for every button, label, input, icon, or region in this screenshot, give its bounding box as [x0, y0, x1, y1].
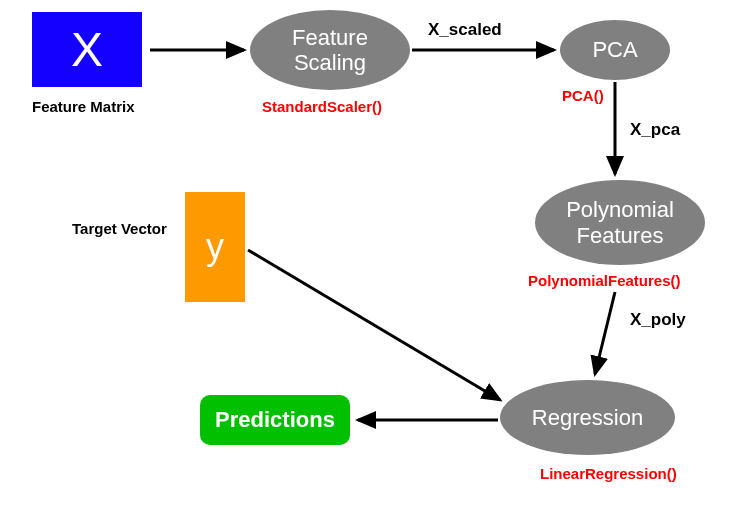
node-feature-matrix-text: X [71, 22, 103, 77]
code-pca: PCA() [562, 87, 604, 104]
caption-target-vector: Target Vector [72, 220, 167, 237]
node-target-vector-text: y [206, 226, 224, 268]
edge-label-x-poly: X_poly [630, 310, 686, 330]
node-predictions-text: Predictions [215, 407, 335, 433]
node-polynomial-features-text: Polynomial Features [566, 197, 674, 248]
code-linear-regression: LinearRegression() [540, 465, 677, 482]
arrow-y-to-regression [248, 250, 500, 400]
node-regression: Regression [500, 380, 675, 455]
code-polynomial-features: PolynomialFeatures() [528, 272, 681, 289]
node-regression-text: Regression [532, 405, 643, 430]
node-pca-text: PCA [592, 37, 637, 62]
node-polynomial-features: Polynomial Features [535, 180, 705, 265]
caption-feature-matrix: Feature Matrix [32, 98, 135, 115]
edge-label-x-pca: X_pca [630, 120, 680, 140]
node-target-vector: y [185, 192, 245, 302]
node-pca: PCA [560, 20, 670, 80]
node-feature-scaling-text: Feature Scaling [292, 25, 368, 76]
node-feature-matrix: X [32, 12, 142, 87]
arrow-poly-to-regression [595, 292, 615, 374]
node-feature-scaling: Feature Scaling [250, 10, 410, 90]
edge-label-x-scaled: X_scaled [428, 20, 502, 40]
code-standard-scaler: StandardScaler() [262, 98, 382, 115]
node-predictions: Predictions [200, 395, 350, 445]
